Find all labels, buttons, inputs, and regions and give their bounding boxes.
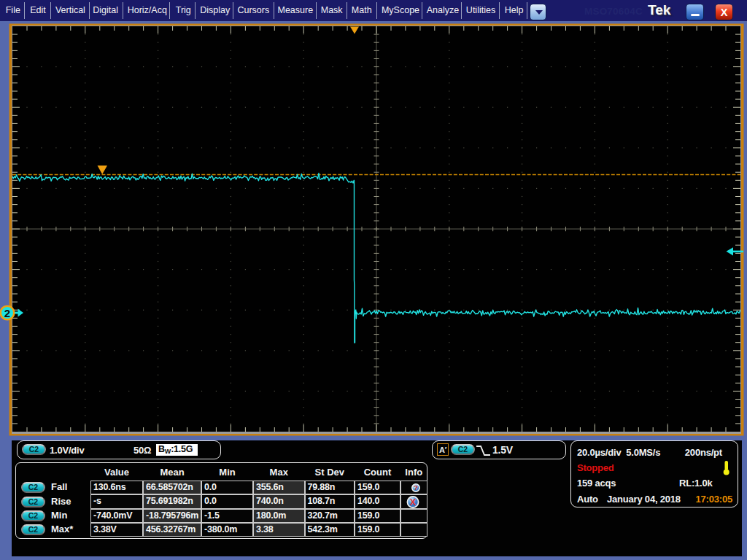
svg-text:2: 2 (4, 307, 10, 319)
svg-text:?: ? (414, 483, 418, 491)
svg-text:X: X (410, 497, 417, 508)
